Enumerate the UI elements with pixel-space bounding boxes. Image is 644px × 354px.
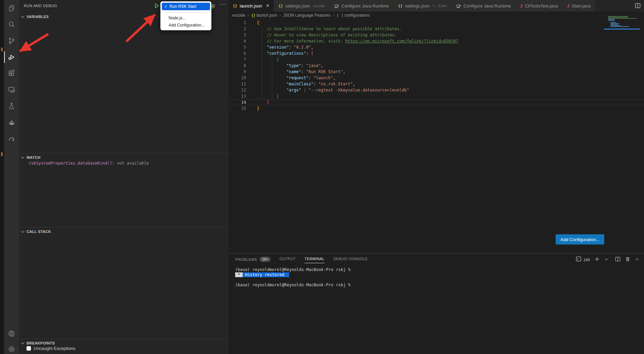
edge-mark — [1, 152, 3, 156]
line-number[interactable]: 10 — [228, 75, 251, 81]
line-number[interactable]: 13 — [228, 93, 251, 99]
line-number[interactable]: 6 — [228, 50, 251, 56]
code-line-11[interactable]: 11 "mainClass": "co.rsk.Start", — [228, 81, 644, 87]
tab-label: Configure Java Runtime — [464, 3, 511, 9]
breakpoint-label: Uncaught Exceptions — [34, 346, 75, 351]
tab-settings-json[interactable]: {}settings.json~/.../User — [394, 0, 451, 12]
split-editor-icon[interactable] — [635, 3, 641, 10]
terminal-line: * History restored — [235, 272, 351, 277]
explorer-icon[interactable] — [4, 0, 19, 16]
code-line-3[interactable]: 3 // Hover to view descriptions of exist… — [228, 32, 644, 38]
uncaught-exceptions-checkbox[interactable] — [27, 346, 31, 351]
line-number[interactable]: 12 — [228, 87, 251, 93]
line-number[interactable]: 4 — [228, 38, 251, 44]
line-number[interactable]: 1 — [228, 20, 251, 26]
close-tab-icon[interactable]: × — [266, 3, 269, 9]
tab-start-java[interactable]: JStart.java — [562, 0, 595, 12]
remote-explorer-icon[interactable] — [4, 82, 19, 98]
line-number[interactable]: 7 — [228, 56, 251, 63]
tab-launch-json[interactable]: {}launch.json× — [228, 0, 274, 12]
breadcrumb-separator: › — [247, 13, 249, 18]
call-stack-section-header[interactable]: CALL STACK — [19, 228, 228, 235]
panel-tab-problems[interactable]: PROBLEMS1K+ — [235, 257, 271, 264]
terminal-dropdown-chevron-icon[interactable] — [604, 257, 609, 263]
breadcrumb-item-configurations[interactable]: [ ]configurations — [337, 13, 370, 18]
terminal-output[interactable]: (base) reynoldmorel@Reynolds-MacBook-Pro… — [235, 267, 351, 288]
settings-gear-icon[interactable] — [4, 341, 19, 354]
bottom-panel: PROBLEMS1K+OUTPUTTERMINALDEBUG CONSOLE z… — [228, 253, 644, 354]
panel-actions: zsh — [576, 256, 639, 263]
tab-path-suffix: .vscode — [312, 4, 325, 8]
line-number[interactable]: 5 — [228, 44, 251, 50]
accounts-icon[interactable] — [4, 325, 19, 342]
code-line-12[interactable]: 12 "args" : "--regtest -Xkeyvalue.dataso… — [228, 87, 644, 93]
code-line-10[interactable]: 10 "request": "launch", — [228, 75, 644, 81]
tab-clitoolstest-java[interactable]: JCliToolsTest.java — [516, 0, 562, 12]
code-line-15[interactable]: 15} — [228, 105, 644, 112]
tab-label: settings.json — [405, 3, 430, 9]
new-terminal-icon[interactable] — [594, 256, 600, 263]
tab-bar: {}launch.json×{}settings.json.vscodeConf… — [228, 0, 644, 12]
watch-expression-row[interactable]: rskSystemProperties.databaseKind(): not … — [29, 161, 149, 166]
variables-label: VARIABLES — [27, 15, 49, 19]
code-line-4[interactable]: 4 // For more information, visit: https:… — [228, 38, 644, 44]
line-number[interactable]: 15 — [228, 105, 251, 112]
menu-item-node-js-[interactable]: Node.js... — [162, 15, 210, 22]
docker-icon[interactable] — [4, 114, 19, 131]
gradle-icon[interactable] — [4, 131, 19, 147]
code-line-5[interactable]: 5 "version": "0.2.0", — [228, 44, 644, 50]
line-number[interactable]: 3 — [228, 32, 251, 38]
code-lines: 1{2 // Use IntelliSense to learn about p… — [228, 20, 644, 112]
breakpoint-item[interactable]: Uncaught Exceptions — [27, 346, 75, 351]
maximize-panel-icon[interactable] — [635, 257, 639, 263]
panel-tab-terminal[interactable]: TERMINAL — [304, 257, 325, 263]
section-divider — [19, 227, 228, 227]
code-line-6[interactable]: 6 "configurations": [ — [228, 50, 644, 56]
line-number[interactable]: 9 — [228, 69, 251, 75]
source-control-icon[interactable] — [4, 33, 19, 49]
code-line-14[interactable]: 14 ] — [228, 99, 644, 105]
start-debugging-icon[interactable] — [154, 3, 160, 10]
code-line-7[interactable]: 7 { — [228, 56, 644, 63]
code-line-2[interactable]: 2 // Use IntelliSense to learn about pos… — [228, 26, 644, 32]
kill-terminal-icon[interactable] — [625, 256, 630, 263]
chevron-down-icon — [21, 229, 24, 233]
breadcrumb-item-launch-json[interactable]: {}launch.json — [251, 13, 277, 18]
minimap[interactable] — [607, 15, 640, 34]
problems-count-badge: 1K+ — [260, 257, 271, 262]
more-actions-icon[interactable]: ··· — [220, 1, 226, 8]
chevron-down-icon — [21, 155, 24, 158]
line-number[interactable]: 2 — [228, 26, 251, 32]
watch-section-header[interactable]: WATCH — [19, 154, 228, 161]
line-number[interactable]: 14 — [228, 99, 251, 105]
panel-tab-output[interactable]: OUTPUT — [279, 257, 296, 263]
extensions-icon[interactable] — [4, 65, 19, 82]
tab-configure-java-runtime[interactable]: Configure Java Runtime — [330, 0, 394, 12]
tab-label: CliToolsTest.java — [525, 3, 558, 9]
line-number[interactable]: 8 — [228, 63, 251, 69]
testing-icon[interactable] — [4, 98, 19, 114]
json-file-icon: {} — [233, 4, 237, 8]
terminal-icon[interactable] — [576, 256, 581, 263]
menu-item-add-configuration-[interactable]: Add Configuration... — [162, 22, 210, 29]
code-editor[interactable]: 1{2 // Use IntelliSense to learn about p… — [228, 20, 644, 112]
shell-name-label[interactable]: zsh — [584, 257, 590, 262]
tab-configure-java-runtime[interactable]: Configure Java Runtime — [452, 0, 516, 12]
line-number[interactable]: 11 — [228, 81, 251, 87]
code-line-9[interactable]: 9 "name": "Run RSK Start", — [228, 69, 644, 75]
breadcrumb-item--vscode[interactable]: .vscode — [231, 13, 245, 18]
chevron-down-icon — [21, 341, 24, 344]
terminal-line: (base) reynoldmorel@Reynolds-MacBook-Pro… — [235, 283, 351, 288]
add-configuration-button[interactable]: Add Configuration... — [556, 234, 604, 245]
tab-settings-json[interactable]: {}settings.json.vscode — [274, 0, 329, 12]
code-line-1[interactable]: 1{ — [228, 20, 644, 26]
search-icon[interactable] — [4, 16, 19, 33]
code-line-8[interactable]: 8 "type": "java", — [228, 63, 644, 69]
panel-tab-debug-console[interactable]: DEBUG CONSOLE — [333, 257, 368, 263]
terminal-line: (base) reynoldmorel@Reynolds-MacBook-Pro… — [235, 267, 351, 272]
run-and-debug-icon[interactable] — [4, 49, 19, 65]
split-terminal-icon[interactable] — [615, 256, 621, 263]
breadcrumb-item-json-language-features[interactable]: JSON Language Features — [283, 13, 330, 18]
code-line-13[interactable]: 13 } — [228, 93, 644, 99]
menu-item-selected[interactable]: ✓ Run RSK Start — [162, 3, 210, 10]
